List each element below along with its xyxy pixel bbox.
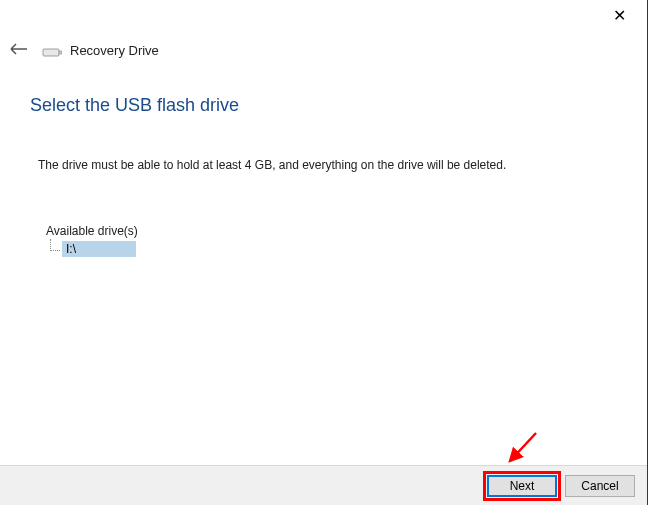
description-text: The drive must be able to hold at least … (38, 158, 648, 172)
drive-item[interactable]: I:\ (50, 241, 648, 257)
recovery-drive-icon (42, 46, 62, 56)
svg-rect-0 (43, 49, 59, 56)
tree-connector-icon (50, 239, 60, 251)
cancel-button[interactable]: Cancel (565, 475, 635, 497)
svg-line-2 (510, 433, 536, 461)
drive-tree: I:\ (50, 241, 648, 257)
close-button[interactable]: ✕ (605, 4, 634, 27)
page-title: Select the USB flash drive (30, 95, 648, 116)
header: Recovery Drive (0, 0, 648, 65)
annotation-arrow-icon (500, 429, 540, 469)
svg-rect-1 (59, 51, 62, 54)
next-button-highlight: Next (487, 475, 557, 497)
drive-label: I:\ (62, 241, 136, 257)
footer: Next Cancel (0, 465, 647, 505)
available-drives-label: Available drive(s) (46, 224, 648, 238)
next-button[interactable]: Next (487, 475, 557, 497)
back-arrow-icon[interactable] (4, 36, 34, 65)
window-title: Recovery Drive (70, 43, 159, 58)
